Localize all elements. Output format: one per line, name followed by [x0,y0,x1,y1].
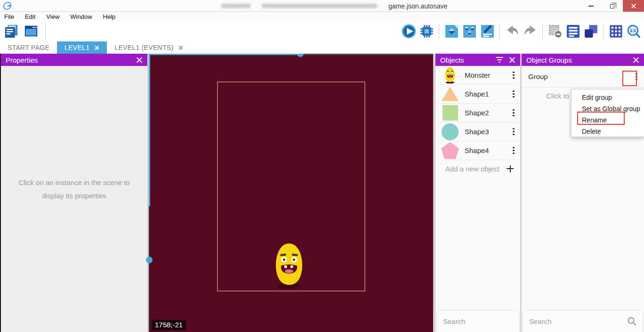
menu-view[interactable]: View [46,13,59,20]
objects-panel-header: Objects [435,54,520,66]
tab-label: LEVEL1 (EVENTS) [114,44,173,51]
play-icon[interactable] [401,24,416,39]
objects-close-icon[interactable] [509,57,515,63]
tab-label: START PAGE [8,44,49,51]
object-name: Shape3 [465,128,511,136]
objects-panel: Objects Monster Shape1 Shape2 S [435,54,520,332]
group-context-menu: Edit group Set as Global group Rename De… [571,89,644,137]
add-new-object-button[interactable]: Add a new object [435,160,520,177]
gdevelop-window: game.json.autosave File Edit View Window… [0,0,644,332]
project-manager-icon[interactable] [24,24,39,39]
monster-instance[interactable] [273,243,305,290]
menu-edit[interactable]: Edit [25,13,35,20]
object-groups-panel-header: Object Groups [522,54,644,66]
pink-pentagon-icon [441,142,459,159]
debug-icon[interactable] [419,24,434,39]
toolbar-separator [499,23,500,39]
menu-item-edit-group[interactable]: Edit group [572,92,644,103]
object-menu-icon[interactable] [511,126,520,138]
object-menu-icon[interactable] [511,145,520,156]
undo-icon[interactable] [505,24,520,39]
add-object-icon[interactable] [444,24,459,39]
group-name: Group [528,73,632,81]
object-row-shape1[interactable]: Shape1 [435,85,520,104]
groups-search-input[interactable] [529,317,627,325]
groups-search-card [523,310,644,332]
objects-list-icon[interactable] [565,24,580,39]
toolbar: 1:1 [0,21,644,41]
edit-scene-icon[interactable] [480,24,495,39]
svg-text:1:1: 1:1 [630,28,636,32]
scene-top-border [300,54,433,55]
object-row-shape4[interactable]: Shape4 [435,141,520,160]
main-area: Properties Click on an instance in the s… [0,54,644,332]
title-bar: game.json.autosave [0,0,644,12]
properties-panel-title: Properties [6,56,131,64]
grid-icon[interactable] [608,24,623,39]
tab-close-icon[interactable] [178,45,183,50]
tab-close-icon[interactable] [94,45,99,50]
toolbar-separator [439,23,439,39]
object-groups-panel: Object Groups Group Click to Edit group … [522,54,644,332]
teal-circle-icon [442,123,459,140]
plus-icon [507,165,514,172]
object-menu-icon[interactable] [511,107,520,119]
menu-item-delete[interactable]: Delete [572,126,644,137]
scene-top-resize-handle[interactable] [297,54,304,57]
object-name: Shape4 [465,146,511,154]
add-multiple-objects-icon[interactable] [462,24,477,39]
object-menu-icon[interactable] [511,89,520,100]
scene-left-border [149,206,150,332]
properties-panel: Properties Click on an instance in the s… [1,54,147,332]
menu-window[interactable]: Window [70,13,92,20]
window-title: game.json.autosave [221,0,447,12]
tab-bar: START PAGE LEVEL1 LEVEL1 (EVENTS) [0,41,644,54]
object-row-shape2[interactable]: Shape2 [435,104,520,122]
restore-button[interactable] [602,0,623,12]
scene-window-top-border [149,54,300,55]
annotation-rect-rename [577,112,625,125]
zoom-original-icon[interactable]: 1:1 [626,24,641,39]
redacted-title-text [221,4,250,8]
toolbar-separator [603,23,604,39]
clear-selection-icon[interactable] [547,24,563,39]
window-title-text: game.json.autosave [388,2,447,10]
redacted-path-text [262,4,377,8]
objects-search-card [436,310,520,332]
object-menu-icon[interactable] [511,70,520,81]
monster-icon [444,67,456,84]
toolbar-separator [45,23,46,39]
scene-window-left-border [149,54,150,206]
tab-level1[interactable]: LEVEL1 [57,41,107,54]
groups-hint-text: Click to [546,92,569,100]
close-icon [631,3,636,9]
layers-icon[interactable] [583,24,598,39]
properties-close-icon[interactable] [136,57,143,63]
open-project-icon[interactable] [4,24,19,39]
minimize-button[interactable] [580,0,602,12]
menu-help[interactable]: Help [103,13,116,20]
tab-start-page[interactable]: START PAGE [0,41,57,54]
object-groups-close-icon[interactable] [633,57,639,63]
object-row-shape3[interactable]: Shape3 [435,122,520,141]
menu-file[interactable]: File [4,13,14,20]
green-square-icon [443,105,458,121]
redo-icon[interactable] [523,24,538,39]
search-icon [627,316,637,326]
annotation-rect-group-menu [622,71,637,86]
add-new-object-label: Add a new object [445,165,507,173]
object-row-monster[interactable]: Monster [435,66,520,85]
close-button[interactable] [623,0,644,12]
toolbar-separator [542,23,543,39]
properties-panel-header: Properties [1,54,147,66]
cursor-coordinates: 1758;-21 [152,320,186,330]
objects-panel-title: Objects [440,56,495,64]
scene-canvas[interactable]: 1758;-21 [149,54,433,332]
scene-left-resize-handle[interactable] [146,257,153,263]
object-groups-panel-title: Object Groups [526,56,628,64]
filter-icon[interactable] [495,56,504,64]
object-name: Shape2 [465,109,511,117]
gdevelop-logo-icon [3,2,12,10]
object-name: Monster [465,71,511,79]
tab-level1-events[interactable]: LEVEL1 (EVENTS) [107,41,191,54]
